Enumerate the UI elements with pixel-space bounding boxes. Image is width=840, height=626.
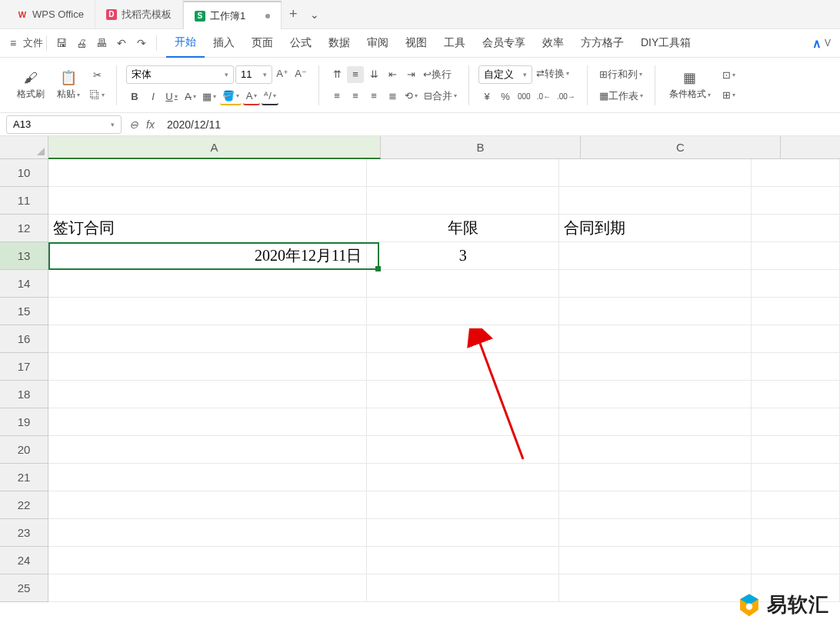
align-top-button[interactable]: ⇈ — [328, 66, 345, 83]
cell-D15[interactable] — [752, 298, 840, 325]
tab-efficiency[interactable]: 效率 — [534, 29, 572, 58]
docer-tab[interactable]: D 找稻壳模板 — [95, 0, 183, 28]
cell-A12[interactable]: 签订合同 — [48, 215, 367, 242]
cell-C12[interactable]: 合同到期 — [559, 215, 752, 242]
cell-B13[interactable]: 3 — [367, 242, 559, 270]
strikethrough-button[interactable]: A̶▾ — [182, 88, 198, 105]
row-header-10[interactable]: 10 — [0, 159, 48, 187]
tab-review[interactable]: 审阅 — [358, 29, 397, 58]
cond-format-button[interactable]: ▦ 条件格式▾ — [665, 67, 715, 104]
cell-C16[interactable] — [559, 325, 752, 353]
cell-D24[interactable] — [752, 547, 840, 574]
borders-button[interactable]: ▦▾ — [200, 88, 218, 105]
cell-B25[interactable] — [367, 574, 559, 602]
align-left-button[interactable]: ≡ — [328, 88, 345, 105]
cell-C19[interactable] — [559, 408, 752, 436]
tab-view[interactable]: 视图 — [397, 29, 435, 58]
cell-D14[interactable] — [752, 270, 840, 298]
tab-ffgz[interactable]: 方方格子 — [572, 29, 632, 58]
cell-D13[interactable] — [752, 242, 840, 270]
cell-B19[interactable] — [367, 408, 559, 436]
cell-A22[interactable] — [48, 491, 367, 519]
align-right-button[interactable]: ≡ — [365, 88, 382, 105]
tab-insert[interactable]: 插入 — [205, 29, 243, 58]
cell-A23[interactable] — [48, 519, 367, 547]
cell-B21[interactable] — [367, 464, 559, 491]
tab-start[interactable]: 开始 — [166, 29, 205, 58]
cell-C13[interactable] — [559, 242, 752, 270]
increase-font-button[interactable]: A⁺ — [274, 65, 291, 82]
phonetic-button[interactable]: ᴬ/▾ — [262, 88, 278, 105]
paste-button[interactable]: 📋 粘贴▾ — [52, 67, 85, 104]
row-header-21[interactable]: 21 — [0, 464, 48, 491]
undo-button[interactable]: ↶ — [112, 33, 132, 53]
fill-color-button[interactable]: 🪣▾ — [220, 88, 242, 105]
cell-D17[interactable] — [752, 353, 840, 381]
cell-B22[interactable] — [367, 491, 559, 519]
decrease-font-button[interactable]: A⁻ — [292, 65, 309, 82]
tab-tools[interactable]: 工具 — [435, 29, 474, 58]
save-button[interactable]: 🖫 — [52, 33, 72, 53]
export-button[interactable]: 🖨 — [72, 33, 92, 53]
tab-page[interactable]: 页面 — [243, 29, 282, 58]
copy-button[interactable]: ⿻▾ — [88, 87, 107, 104]
toolbox-button[interactable]: ⊡▾ — [720, 67, 738, 84]
number-format-select[interactable]: 自定义▾ — [478, 65, 532, 84]
cell-A11[interactable] — [48, 187, 367, 215]
row-header-17[interactable]: 17 — [0, 353, 48, 381]
currency-button[interactable]: ¥ — [478, 88, 495, 105]
cell-D23[interactable] — [752, 519, 840, 547]
cell-style-button[interactable]: ⊞▾ — [720, 87, 738, 104]
cell-D18[interactable] — [752, 381, 840, 408]
cell-A17[interactable] — [48, 353, 367, 381]
cell-C11[interactable] — [559, 187, 752, 215]
align-bottom-button[interactable]: ⇊ — [365, 66, 382, 83]
cell-A21[interactable] — [48, 464, 367, 491]
italic-button[interactable]: I — [145, 88, 162, 105]
cell-A10[interactable] — [48, 159, 367, 187]
percent-button[interactable]: % — [497, 88, 514, 105]
thousands-button[interactable]: 000 — [515, 88, 533, 105]
underline-button[interactable]: U▾ — [163, 88, 180, 105]
cell-D11[interactable] — [752, 187, 840, 215]
redo-button[interactable]: ↷ — [132, 33, 152, 53]
tab-member[interactable]: 会员专享 — [474, 29, 534, 58]
merge-button[interactable]: ⊟合并▾ — [422, 88, 459, 105]
decrease-decimal-button[interactable]: .0← — [535, 88, 553, 105]
row-header-15[interactable]: 15 — [0, 298, 48, 325]
wrap-text-button[interactable]: ↩换行 — [421, 66, 454, 83]
cell-C21[interactable] — [559, 464, 752, 491]
col-header-b[interactable]: B — [381, 136, 581, 159]
cells-area[interactable]: 签订合同年限合同到期2020年12月11日3 — [48, 159, 840, 626]
cell-C25[interactable] — [559, 574, 752, 602]
cell-A19[interactable] — [48, 408, 367, 436]
cell-D20[interactable] — [752, 436, 840, 464]
bold-button[interactable]: B — [126, 88, 143, 105]
hamburger-button[interactable]: ≡ — [3, 33, 23, 53]
row-header-20[interactable]: 20 — [0, 436, 48, 464]
increase-indent-button[interactable]: ⇥ — [402, 66, 419, 83]
increase-decimal-button[interactable]: .00→ — [555, 88, 578, 105]
cell-D12[interactable] — [752, 215, 840, 242]
add-tab-button[interactable]: + — [282, 6, 305, 22]
file-menu[interactable]: 文件 — [23, 33, 43, 53]
fx-button[interactable]: fx — [146, 118, 155, 131]
cell-C10[interactable] — [559, 159, 752, 187]
cell-D16[interactable] — [752, 325, 840, 353]
cell-C17[interactable] — [559, 353, 752, 381]
row-header-12[interactable]: 12 — [0, 215, 48, 242]
cell-C18[interactable] — [559, 381, 752, 408]
select-all-corner[interactable] — [0, 136, 48, 159]
name-box[interactable]: A13 ▾ — [6, 115, 122, 134]
align-center-button[interactable]: ≡ — [347, 88, 364, 105]
font-color-button[interactable]: A▾ — [243, 88, 260, 105]
cell-D10[interactable] — [752, 159, 840, 187]
row-header-18[interactable]: 18 — [0, 381, 48, 408]
cut-button[interactable]: ✂ — [88, 67, 107, 84]
tab-formula[interactable]: 公式 — [282, 29, 320, 58]
row-header-25[interactable]: 25 — [0, 574, 48, 602]
cell-B12[interactable]: 年限 — [367, 215, 559, 242]
align-middle-button[interactable]: ≡ — [347, 66, 364, 83]
cell-C15[interactable] — [559, 298, 752, 325]
cell-B24[interactable] — [367, 547, 559, 574]
